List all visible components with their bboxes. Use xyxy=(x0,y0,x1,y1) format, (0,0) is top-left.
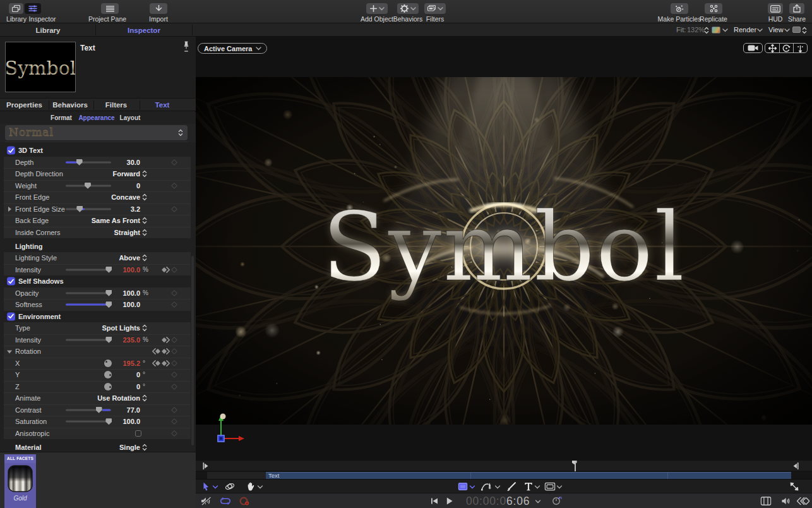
tab-behaviors[interactable]: Behaviors xyxy=(48,99,92,111)
parameter-value[interactable]: 77.0 xyxy=(90,406,140,414)
keyframe-diamond-icon[interactable] xyxy=(171,267,177,273)
keyframe-diamond-icon[interactable] xyxy=(171,301,177,308)
subtab-appearance[interactable]: Appearance xyxy=(78,112,114,124)
parameter-value[interactable]: 195.2 xyxy=(90,360,140,367)
rectangle-tool-button[interactable] xyxy=(458,483,468,490)
canvas-color-swatch[interactable] xyxy=(712,27,720,33)
anisotropic-checkbox[interactable] xyxy=(135,430,141,437)
keyframe-diamond-icon[interactable] xyxy=(171,430,177,437)
go-to-start-button[interactable] xyxy=(431,498,438,504)
checkbox-self-shadows[interactable] xyxy=(7,277,15,286)
parameter-value[interactable]: Single xyxy=(90,444,140,451)
import-button[interactable] xyxy=(150,3,167,14)
parameter-value[interactable]: Forward xyxy=(90,170,140,178)
parameter-value[interactable]: 0 xyxy=(90,371,140,378)
show-video-timeline-button[interactable] xyxy=(761,497,772,505)
axis-gizmo[interactable] xyxy=(208,411,248,447)
parameter-value[interactable]: Concave xyxy=(90,193,140,201)
parameter-value[interactable]: 0 xyxy=(90,182,140,190)
fit-value[interactable]: 132% xyxy=(687,23,705,37)
view-layout-swatch[interactable] xyxy=(792,27,801,33)
parameter-value[interactable]: 30.0 xyxy=(90,159,140,166)
project-pane-button[interactable] xyxy=(101,3,119,14)
loop-button[interactable] xyxy=(220,497,231,505)
paint-stroke-tool-button[interactable] xyxy=(507,482,516,492)
parameter-value[interactable]: Use Rotation xyxy=(90,394,140,402)
timecode-chevron-icon[interactable] xyxy=(535,500,541,504)
share-button[interactable] xyxy=(789,3,804,14)
play-button[interactable] xyxy=(446,497,453,505)
previous-keyframe-icon[interactable] xyxy=(152,348,161,355)
style-preset-popup[interactable]: Normal xyxy=(5,125,188,140)
popup-stepper-icon[interactable] xyxy=(142,254,147,262)
keyframe-diamond-icon[interactable] xyxy=(171,290,177,296)
disclosure-triangle-icon[interactable] xyxy=(7,351,12,354)
render-menu[interactable]: Render xyxy=(734,23,756,37)
checkbox-environment[interactable] xyxy=(7,312,15,320)
text-tool-chevron-icon[interactable] xyxy=(535,485,540,489)
show-keyframes-button[interactable] xyxy=(797,497,811,505)
tab-filters[interactable]: Filters xyxy=(97,99,135,111)
mini-timeline[interactable]: Text xyxy=(196,461,812,479)
pin-icon[interactable] xyxy=(182,41,190,52)
parameter-value[interactable]: Straight xyxy=(90,229,140,236)
next-keyframe-icon[interactable] xyxy=(161,360,170,366)
bezier-tool-chevron-icon[interactable] xyxy=(495,485,501,489)
keyframe-diamond-icon[interactable] xyxy=(171,360,177,366)
orbit-view-button[interactable] xyxy=(779,44,793,52)
add-object-button[interactable] xyxy=(366,3,388,14)
parameter-value[interactable]: 100.0 xyxy=(90,289,140,297)
parameter-value[interactable]: 100.0 xyxy=(90,266,140,274)
mask-tool-chevron-icon[interactable] xyxy=(557,485,563,489)
tab-inspector[interactable]: Inspector xyxy=(96,23,192,37)
tab-library[interactable]: Library xyxy=(0,23,96,37)
next-keyframe-icon[interactable] xyxy=(161,336,170,343)
mute-button[interactable] xyxy=(201,497,212,505)
parameter-value[interactable]: 100.0 xyxy=(90,418,140,425)
keyframe-diamond-icon[interactable] xyxy=(171,159,177,166)
inspector-toggle-button[interactable] xyxy=(25,3,41,14)
text-track-bar[interactable]: Text xyxy=(266,472,791,479)
camera-view-button[interactable] xyxy=(743,43,763,53)
popup-stepper-icon[interactable] xyxy=(142,193,147,201)
tab-properties[interactable]: Properties xyxy=(3,99,47,111)
popup-stepper-icon[interactable] xyxy=(142,444,147,451)
select-tool-button[interactable] xyxy=(203,482,210,491)
tab-text[interactable]: Text xyxy=(146,99,178,111)
active-camera-popup[interactable]: Active Camera xyxy=(198,43,267,54)
swatch-chevron-icon[interactable] xyxy=(722,28,728,32)
popup-stepper-icon[interactable] xyxy=(142,170,147,178)
filters-button[interactable] xyxy=(424,3,446,14)
parameter-value[interactable]: Same As Front xyxy=(90,217,140,224)
parameter-value[interactable]: 100.0 xyxy=(90,301,140,308)
next-keyframe-icon[interactable] xyxy=(161,266,170,273)
material-tile[interactable]: ALL FACETS xyxy=(4,454,36,508)
mask-tool-button[interactable] xyxy=(545,483,556,491)
select-tool-chevron-icon[interactable] xyxy=(213,485,218,489)
play-range-out-marker[interactable] xyxy=(793,463,799,469)
show-audio-timeline-button[interactable] xyxy=(782,497,791,505)
playhead[interactable] xyxy=(575,461,576,471)
hand-tool-button[interactable] xyxy=(247,482,255,491)
parameter-value[interactable]: 235.0 xyxy=(90,336,140,344)
text-tool-button[interactable] xyxy=(525,483,533,491)
popup-stepper-icon[interactable] xyxy=(142,324,147,332)
parameter-value[interactable]: Above xyxy=(90,254,140,262)
disclosure-triangle-icon[interactable] xyxy=(8,207,11,212)
keyframe-diamond-icon[interactable] xyxy=(171,337,177,343)
view-layout-stepper-icon[interactable] xyxy=(802,27,807,34)
canvas-viewport[interactable]: Symbol Symbol Active Camera xyxy=(196,37,812,461)
keyframe-diamond-icon[interactable] xyxy=(171,206,177,212)
popup-stepper-icon[interactable] xyxy=(142,394,147,402)
make-particles-button[interactable] xyxy=(671,3,688,14)
play-range-in-marker[interactable] xyxy=(203,463,208,469)
parameter-value[interactable]: 3.2 xyxy=(90,205,140,213)
hud-button[interactable] xyxy=(768,3,783,14)
view-menu[interactable]: View xyxy=(768,23,784,37)
dolly-view-button[interactable] xyxy=(793,44,807,52)
scrollbar-thumb[interactable] xyxy=(191,256,194,445)
parameter-value[interactable]: 0 xyxy=(90,383,140,390)
checkbox-3d-text[interactable] xyxy=(7,147,15,155)
subtab-format[interactable]: Format xyxy=(51,112,72,124)
bezier-tool-button[interactable] xyxy=(481,482,494,491)
